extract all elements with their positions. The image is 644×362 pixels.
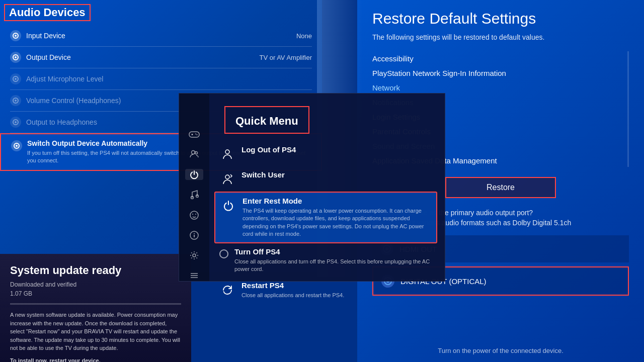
- svg-point-22: [195, 152, 198, 154]
- quick-menu-title: Quick Menu: [224, 106, 309, 134]
- quick-menu-items: Quick Menu Log Out of PS4: [209, 94, 445, 281]
- turn-off-label: Turn Off PS4: [234, 247, 432, 256]
- sidebar-info-icon[interactable]: [185, 230, 203, 241]
- adjust-microphone-item: Adjust Microphone Level: [0, 68, 322, 89]
- system-update-size: 1.07 GB: [10, 290, 181, 297]
- system-update-footer: To install now, restart your device.: [10, 356, 181, 363]
- audio-devices-title: Audio Devices: [4, 4, 91, 21]
- input-device-label: Input Device: [26, 32, 65, 40]
- quick-menu-overlay: Quick Menu Log Out of PS4: [179, 93, 445, 282]
- svg-point-1: [15, 35, 17, 37]
- log-out-content: Log Out of PS4: [242, 145, 432, 156]
- restart-desc: Close all applications and restart the P…: [242, 292, 432, 299]
- restart-ps4-item[interactable]: Restart PS4 Close all applications and r…: [214, 277, 437, 303]
- svg-point-25: [190, 211, 198, 219]
- system-update-title: System update ready: [10, 264, 181, 277]
- restore-button[interactable]: Restore: [445, 177, 556, 198]
- turn-off-item[interactable]: Turn Off PS4 Close all applications and …: [214, 243, 437, 278]
- restore-footer: Turn on the power of the connected devic…: [372, 347, 629, 354]
- svg-point-19: [195, 134, 196, 135]
- output-device-label: Output Device: [26, 53, 71, 61]
- sidebar-settings-icon[interactable]: [185, 250, 203, 261]
- volume-control-icon: [10, 95, 21, 106]
- volume-control-label: Volume Control (Headphones): [26, 97, 121, 105]
- restore-title: Restore Default Settings: [372, 10, 629, 27]
- adjust-microphone-label: Adjust Microphone Level: [26, 75, 103, 83]
- input-device-icon: [10, 30, 21, 41]
- turn-off-content: Turn Off PS4 Close all applications and …: [234, 247, 432, 274]
- adjust-microphone-icon: [10, 73, 21, 84]
- restore-list-accessibility: Accessibility: [372, 51, 622, 66]
- svg-point-29: [194, 233, 195, 234]
- svg-point-21: [192, 151, 195, 154]
- sidebar-face-icon[interactable]: [185, 210, 203, 221]
- system-update-body: A new system software update is availabl…: [10, 311, 181, 352]
- switch-user-label: Switch User: [242, 170, 432, 179]
- input-device-value: None: [296, 32, 312, 40]
- sidebar-more-icon[interactable]: [185, 270, 203, 281]
- system-update-status: Downloaded and verified: [10, 281, 181, 288]
- svg-rect-16: [189, 132, 199, 137]
- log-out-icon: [219, 146, 235, 162]
- svg-point-26: [192, 214, 193, 215]
- restart-content: Restart PS4 Close all applications and r…: [242, 281, 432, 299]
- switch-output-icon: [11, 140, 22, 151]
- svg-point-9: [15, 121, 17, 123]
- sidebar-power-icon[interactable]: [185, 169, 203, 180]
- quick-menu-sidebar: [179, 94, 209, 281]
- restore-list-psn: PlayStation Network Sign-In Information: [372, 66, 622, 80]
- svg-point-27: [195, 214, 196, 215]
- svg-point-7: [15, 100, 17, 102]
- switch-user-icon: [219, 171, 235, 188]
- rest-mode-icon: [220, 198, 236, 214]
- restore-subtitle: The following settings will be restored …: [372, 33, 629, 41]
- rest-mode-item[interactable]: Enter Rest Mode The PS4 will keep operat…: [214, 192, 437, 243]
- output-device-item[interactable]: Output Device TV or AV Amplifier: [0, 47, 322, 68]
- system-update-panel: System update ready Downloaded and verif…: [0, 254, 191, 362]
- turn-off-desc: Close all applications and turn off the …: [234, 258, 432, 274]
- sidebar-music-icon[interactable]: [185, 189, 203, 200]
- quick-menu-title-row: Quick Menu: [214, 101, 437, 136]
- input-device-item[interactable]: Input Device None: [0, 25, 322, 46]
- svg-point-31: [193, 254, 196, 257]
- output-device-value: TV or AV Amplifier: [259, 54, 312, 61]
- switch-user-item[interactable]: Switch User: [214, 166, 437, 192]
- svg-point-3: [15, 56, 17, 58]
- svg-point-11: [16, 145, 18, 147]
- sidebar-controller-icon[interactable]: [185, 129, 203, 140]
- log-out-ps4-item[interactable]: Log Out of PS4: [214, 141, 437, 166]
- rest-mode-desc: The PS4 will keep operating at a lower p…: [243, 207, 431, 238]
- svg-point-5: [15, 78, 17, 80]
- rest-mode-label: Enter Rest Mode: [243, 197, 431, 205]
- svg-point-20: [197, 134, 198, 135]
- rest-mode-content: Enter Rest Mode The PS4 will keep operat…: [243, 197, 431, 238]
- progress-bar: [10, 303, 181, 305]
- output-headphones-icon: [10, 117, 21, 128]
- restart-label: Restart PS4: [242, 281, 432, 290]
- restart-icon: [219, 282, 235, 298]
- output-headphones-label: Output to Headphones: [26, 118, 97, 126]
- svg-point-35: [225, 150, 229, 154]
- turn-off-radio: [219, 249, 228, 258]
- sidebar-friends-icon[interactable]: [185, 149, 203, 160]
- switch-user-content: Switch User: [242, 170, 432, 181]
- svg-point-36: [225, 175, 229, 179]
- log-out-label: Log Out of PS4: [242, 145, 432, 154]
- output-device-icon: [10, 52, 21, 63]
